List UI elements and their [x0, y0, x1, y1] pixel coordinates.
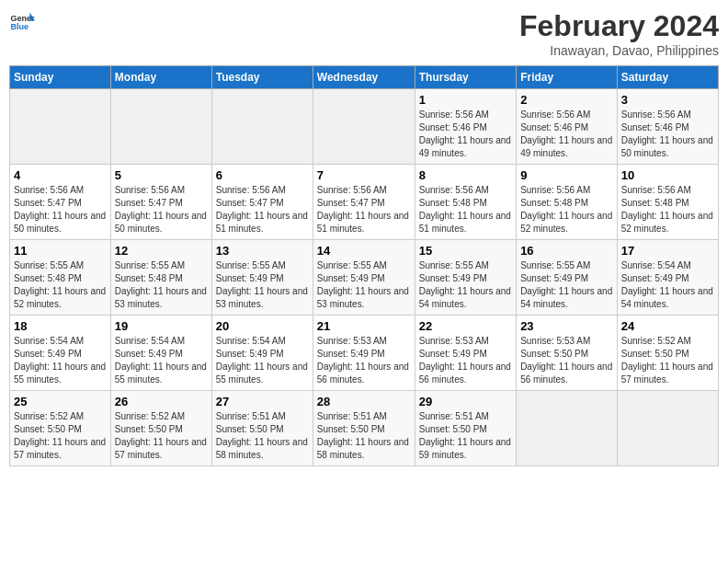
day-info: Sunrise: 5:56 AMSunset: 5:46 PMDaylight:…: [621, 109, 713, 158]
logo-icon: General Blue: [9, 9, 35, 35]
day-number: 10: [621, 168, 714, 182]
title-area: February 2024 Inawayan, Davao, Philippin…: [519, 9, 719, 58]
calendar-cell: 29 Sunrise: 5:51 AMSunset: 5:50 PMDaylig…: [415, 391, 516, 466]
calendar-cell: 9 Sunrise: 5:56 AMSunset: 5:48 PMDayligh…: [517, 165, 618, 240]
day-info: Sunrise: 5:53 AMSunset: 5:49 PMDaylight:…: [317, 336, 409, 385]
calendar-cell: 13 Sunrise: 5:55 AMSunset: 5:49 PMDaylig…: [211, 240, 313, 316]
day-number: 14: [317, 244, 411, 258]
day-number: 19: [115, 319, 208, 333]
day-info: Sunrise: 5:56 AMSunset: 5:47 PMDaylight:…: [317, 185, 409, 234]
day-number: 7: [317, 168, 411, 182]
calendar-cell: 14 Sunrise: 5:55 AMSunset: 5:49 PMDaylig…: [313, 240, 415, 316]
day-number: 28: [317, 395, 411, 408]
calendar-cell: [313, 89, 415, 165]
weekday-header: Saturday: [617, 66, 718, 89]
calendar-cell: 25 Sunrise: 5:52 AMSunset: 5:50 PMDaylig…: [10, 391, 111, 466]
weekday-header: Tuesday: [211, 66, 313, 89]
weekday-header: Friday: [517, 66, 618, 89]
day-info: Sunrise: 5:53 AMSunset: 5:50 PMDaylight:…: [520, 336, 612, 385]
day-number: 9: [520, 168, 613, 182]
day-info: Sunrise: 5:56 AMSunset: 5:48 PMDaylight:…: [520, 185, 612, 234]
day-number: 1: [419, 93, 512, 107]
calendar-cell: 10 Sunrise: 5:56 AMSunset: 5:48 PMDaylig…: [617, 165, 718, 240]
day-info: Sunrise: 5:51 AMSunset: 5:50 PMDaylight:…: [419, 411, 511, 460]
day-number: 26: [115, 395, 208, 408]
calendar-cell: 2 Sunrise: 5:56 AMSunset: 5:46 PMDayligh…: [517, 89, 618, 165]
day-info: Sunrise: 5:56 AMSunset: 5:47 PMDaylight:…: [115, 185, 207, 234]
day-info: Sunrise: 5:54 AMSunset: 5:49 PMDaylight:…: [14, 336, 106, 385]
calendar-table: SundayMondayTuesdayWednesdayThursdayFrid…: [9, 65, 719, 466]
calendar-cell: 1 Sunrise: 5:56 AMSunset: 5:46 PMDayligh…: [415, 89, 516, 165]
weekday-header: Wednesday: [313, 66, 415, 89]
calendar-week-row: 11 Sunrise: 5:55 AMSunset: 5:48 PMDaylig…: [10, 240, 719, 316]
day-info: Sunrise: 5:56 AMSunset: 5:47 PMDaylight:…: [14, 185, 106, 234]
logo: General Blue: [9, 9, 35, 35]
day-info: Sunrise: 5:56 AMSunset: 5:46 PMDaylight:…: [520, 109, 612, 158]
day-number: 4: [14, 168, 107, 182]
day-number: 18: [14, 319, 107, 333]
calendar-cell: 24 Sunrise: 5:52 AMSunset: 5:50 PMDaylig…: [617, 316, 718, 391]
day-number: 27: [216, 395, 309, 408]
day-number: 11: [14, 244, 107, 258]
calendar-cell: 12 Sunrise: 5:55 AMSunset: 5:48 PMDaylig…: [110, 240, 211, 316]
calendar-cell: 22 Sunrise: 5:53 AMSunset: 5:49 PMDaylig…: [415, 316, 516, 391]
day-info: Sunrise: 5:55 AMSunset: 5:49 PMDaylight:…: [216, 260, 308, 309]
calendar-week-row: 4 Sunrise: 5:56 AMSunset: 5:47 PMDayligh…: [10, 165, 719, 240]
calendar-cell: 18 Sunrise: 5:54 AMSunset: 5:49 PMDaylig…: [10, 316, 111, 391]
svg-text:Blue: Blue: [10, 22, 28, 31]
calendar-cell: 4 Sunrise: 5:56 AMSunset: 5:47 PMDayligh…: [10, 165, 111, 240]
day-info: Sunrise: 5:52 AMSunset: 5:50 PMDaylight:…: [115, 411, 207, 460]
page-title: February 2024: [519, 9, 719, 43]
calendar-cell: 21 Sunrise: 5:53 AMSunset: 5:49 PMDaylig…: [313, 316, 415, 391]
weekday-header: Monday: [110, 66, 211, 89]
day-info: Sunrise: 5:53 AMSunset: 5:49 PMDaylight:…: [419, 336, 511, 385]
day-info: Sunrise: 5:51 AMSunset: 5:50 PMDaylight:…: [216, 411, 308, 460]
day-number: 15: [419, 244, 512, 258]
day-number: 20: [216, 319, 309, 333]
day-number: 29: [419, 395, 512, 408]
day-info: Sunrise: 5:55 AMSunset: 5:49 PMDaylight:…: [419, 260, 511, 309]
calendar-cell: 20 Sunrise: 5:54 AMSunset: 5:49 PMDaylig…: [211, 316, 313, 391]
day-info: Sunrise: 5:52 AMSunset: 5:50 PMDaylight:…: [621, 336, 713, 385]
day-number: 25: [14, 395, 107, 408]
day-number: 13: [216, 244, 309, 258]
calendar-cell: 27 Sunrise: 5:51 AMSunset: 5:50 PMDaylig…: [211, 391, 313, 466]
weekday-header: Sunday: [10, 66, 111, 89]
day-number: 2: [520, 93, 613, 107]
day-number: 24: [621, 319, 714, 333]
calendar-cell: 3 Sunrise: 5:56 AMSunset: 5:46 PMDayligh…: [617, 89, 718, 165]
calendar-cell: 23 Sunrise: 5:53 AMSunset: 5:50 PMDaylig…: [517, 316, 618, 391]
day-number: 8: [419, 168, 512, 182]
calendar-cell: 8 Sunrise: 5:56 AMSunset: 5:48 PMDayligh…: [415, 165, 516, 240]
calendar-cell: 15 Sunrise: 5:55 AMSunset: 5:49 PMDaylig…: [415, 240, 516, 316]
day-info: Sunrise: 5:56 AMSunset: 5:48 PMDaylight:…: [419, 185, 511, 234]
day-number: 16: [520, 244, 613, 258]
calendar-cell: 28 Sunrise: 5:51 AMSunset: 5:50 PMDaylig…: [313, 391, 415, 466]
day-number: 3: [621, 93, 714, 107]
calendar-week-row: 18 Sunrise: 5:54 AMSunset: 5:49 PMDaylig…: [10, 316, 719, 391]
day-number: 21: [317, 319, 411, 333]
day-info: Sunrise: 5:55 AMSunset: 5:48 PMDaylight:…: [115, 260, 207, 309]
calendar-cell: 5 Sunrise: 5:56 AMSunset: 5:47 PMDayligh…: [110, 165, 211, 240]
calendar-cell: 26 Sunrise: 5:52 AMSunset: 5:50 PMDaylig…: [110, 391, 211, 466]
calendar-cell: 7 Sunrise: 5:56 AMSunset: 5:47 PMDayligh…: [313, 165, 415, 240]
day-number: 12: [115, 244, 208, 258]
day-number: 22: [419, 319, 512, 333]
calendar-cell: 19 Sunrise: 5:54 AMSunset: 5:49 PMDaylig…: [110, 316, 211, 391]
day-number: 23: [520, 319, 613, 333]
calendar-cell: [617, 391, 718, 466]
page-subtitle: Inawayan, Davao, Philippines: [519, 43, 719, 58]
header: General Blue February 2024 Inawayan, Dav…: [9, 9, 719, 58]
calendar-cell: 11 Sunrise: 5:55 AMSunset: 5:48 PMDaylig…: [10, 240, 111, 316]
calendar-week-row: 25 Sunrise: 5:52 AMSunset: 5:50 PMDaylig…: [10, 391, 719, 466]
weekday-header: Thursday: [415, 66, 516, 89]
day-number: 17: [621, 244, 714, 258]
day-info: Sunrise: 5:51 AMSunset: 5:50 PMDaylight:…: [317, 411, 409, 460]
weekday-header-row: SundayMondayTuesdayWednesdayThursdayFrid…: [10, 66, 719, 89]
day-info: Sunrise: 5:56 AMSunset: 5:48 PMDaylight:…: [621, 185, 713, 234]
day-info: Sunrise: 5:56 AMSunset: 5:47 PMDaylight:…: [216, 185, 308, 234]
day-info: Sunrise: 5:55 AMSunset: 5:48 PMDaylight:…: [14, 260, 106, 309]
day-number: 6: [216, 168, 309, 182]
calendar-cell: [211, 89, 313, 165]
day-info: Sunrise: 5:55 AMSunset: 5:49 PMDaylight:…: [520, 260, 612, 309]
